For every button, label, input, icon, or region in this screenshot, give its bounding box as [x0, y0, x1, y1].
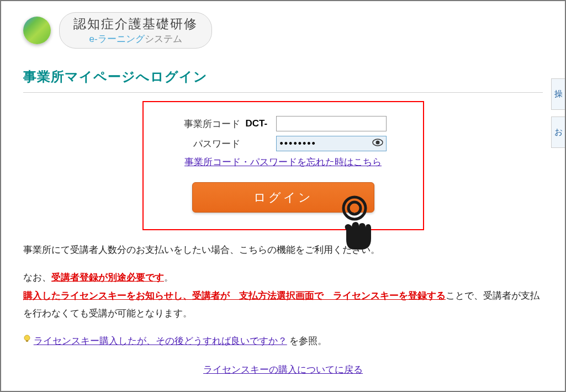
logo-subtitle: e-ラーニングシステム — [73, 33, 198, 45]
forgot-link[interactable]: 事業所コード・パスワードを忘れた時はこちら — [184, 157, 382, 167]
desc-line1: 事業所にて受講者人数分のお支払いをしたい場合、こちらの機能をご利用ください。 — [23, 241, 543, 259]
eye-icon[interactable] — [372, 139, 383, 149]
forgot-link-wrap: 事業所コード・パスワードを忘れた時はこちら — [160, 156, 406, 168]
faq-link[interactable]: ライセンスキー購入したが、その後どうすれば良いですか？ — [34, 336, 287, 346]
faq-line: ライセンスキー購入したが、その後どうすれば良いですか？ を参照。 — [23, 332, 543, 350]
svg-point-2 — [24, 335, 30, 341]
side-tabs: 操 お — [551, 78, 565, 155]
side-tab-2[interactable]: お — [551, 116, 565, 148]
description: 事業所にて受講者人数分のお支払いをしたい場合、こちらの機能をご利用ください。 な… — [23, 241, 543, 379]
login-button[interactable]: ログイン — [192, 182, 374, 213]
page-title: 事業所マイページへログイン — [23, 54, 543, 93]
content: 事業所マイページへログイン 事業所コード DCT- パスワード 事業所コード・パ… — [1, 54, 565, 392]
side-tab-1[interactable]: 操 — [551, 78, 565, 110]
login-box: 事業所コード DCT- パスワード 事業所コード・パスワードを忘れた時はこちら … — [142, 101, 424, 230]
password-label: パスワード — [160, 137, 240, 150]
svg-point-1 — [375, 141, 379, 145]
logo-text: 認知症介護基礎研修 e-ラーニングシステム — [59, 12, 212, 49]
header: 認知症介護基礎研修 e-ラーニングシステム — [1, 1, 565, 54]
back-link-wrap: ライセンスキーの購入についてに戻る — [23, 361, 543, 379]
code-prefix: DCT- — [246, 118, 271, 129]
code-row: 事業所コード DCT- — [160, 116, 406, 131]
desc-line2: なお、受講者登録が別途必要です。 購入したライセンスキーをお知らせし、受講者が … — [23, 269, 543, 322]
svg-rect-3 — [26, 340, 28, 342]
password-row: パスワード — [160, 136, 406, 151]
code-input[interactable] — [276, 116, 387, 131]
logo-title: 認知症介護基礎研修 — [73, 15, 198, 33]
logo-icon — [23, 17, 51, 44]
bulb-icon — [23, 332, 31, 342]
password-input[interactable] — [276, 136, 387, 151]
back-link[interactable]: ライセンスキーの購入についてに戻る — [203, 364, 363, 375]
code-label: 事業所コード — [160, 118, 240, 130]
